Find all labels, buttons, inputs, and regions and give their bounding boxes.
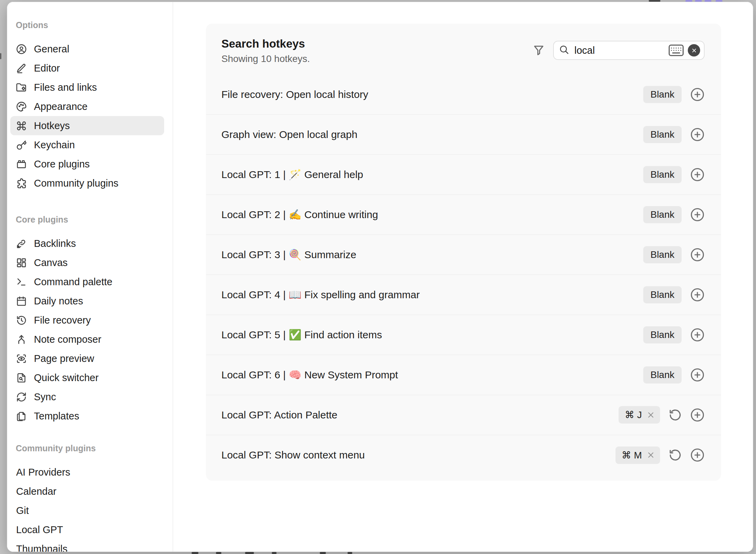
screen: OptionsGeneralEditorFiles and linksAppea… <box>0 0 756 554</box>
sidebar-item-label: General <box>34 43 69 55</box>
settings-modal: OptionsGeneralEditorFiles and linksAppea… <box>7 2 753 552</box>
hotkey-controls: Blank <box>643 246 705 263</box>
puzzle-icon <box>16 178 27 189</box>
search-box <box>553 41 705 60</box>
sidebar-item-label: File recovery <box>34 315 91 326</box>
hotkey-command-label: Local GPT: 1 | 🪄 General help <box>221 168 363 180</box>
hotkey-row: File recovery: Open local history Blank <box>206 75 721 115</box>
hotkey-row: Local GPT: 2 | ✍️ Continue writing Blank <box>206 195 721 235</box>
sidebar-item-canvas[interactable]: Canvas <box>10 253 164 272</box>
add-hotkey-icon[interactable] <box>690 368 705 382</box>
hotkey-command-label: File recovery: Open local history <box>221 89 368 100</box>
hotkey-status-badge: Blank <box>643 206 682 223</box>
hotkey-status-badge: Blank <box>643 246 682 263</box>
sidebar-item-label: Core plugins <box>34 159 90 170</box>
remove-hotkey-icon[interactable] <box>647 411 655 419</box>
add-hotkey-icon[interactable] <box>690 127 705 142</box>
key-icon <box>16 140 27 150</box>
palette-icon <box>16 101 27 112</box>
user-circle-icon <box>16 44 27 54</box>
sidebar-item-git[interactable]: Git <box>10 501 164 520</box>
add-hotkey-icon[interactable] <box>690 87 705 102</box>
hotkeys-panel: Search hotkeys Showing 10 hotkeys. <box>206 24 721 481</box>
sidebar-item-local-gpt[interactable]: Local GPT <box>10 520 164 539</box>
sidebar-item-sync[interactable]: Sync <box>10 387 164 406</box>
hotkey-controls: Blank <box>643 166 705 183</box>
sidebar-item-label: Appearance <box>34 101 87 112</box>
add-hotkey-icon[interactable] <box>690 408 705 422</box>
sidebar-item-hotkeys[interactable]: Hotkeys <box>10 116 164 135</box>
sidebar-item-label: Command palette <box>34 276 112 288</box>
sidebar-section-title: Community plugins <box>7 441 173 455</box>
sidebar-item-label: Community plugins <box>34 178 119 189</box>
hotkey-controls: Blank <box>643 126 705 143</box>
sidebar-item-keychain[interactable]: Keychain <box>10 135 164 154</box>
sidebar-item-general[interactable]: General <box>10 39 164 59</box>
sidebar-item-note-composer[interactable]: Note composer <box>10 330 164 349</box>
sidebar-item-editor[interactable]: Editor <box>10 59 164 78</box>
add-hotkey-icon[interactable] <box>690 448 705 462</box>
sidebar-item-community-plugins[interactable]: Community plugins <box>10 174 164 193</box>
background-app-fragment <box>272 552 277 554</box>
hotkey-row: Graph view: Open local graph Blank <box>206 115 721 155</box>
command-icon <box>16 121 27 131</box>
hotkey-status-badge: Blank <box>643 126 682 143</box>
hotkey-status-badge: Blank <box>643 366 682 383</box>
clear-search-icon[interactable] <box>688 44 700 56</box>
sidebar-item-label: Editor <box>34 63 60 74</box>
search-controls <box>533 41 705 60</box>
scan-eye-icon <box>16 353 27 364</box>
sidebar-section-title: Core plugins <box>7 213 173 226</box>
sidebar-item-file-recovery[interactable]: File recovery <box>10 311 164 330</box>
sidebar-item-command-palette[interactable]: Command palette <box>10 272 164 291</box>
sidebar-item-thumbnails[interactable]: Thumbnails <box>10 539 164 552</box>
add-hotkey-icon[interactable] <box>690 248 705 262</box>
restore-default-icon[interactable] <box>669 449 682 462</box>
sidebar-item-core-plugins[interactable]: Core plugins <box>10 154 164 174</box>
sidebar-item-backlinks[interactable]: Backlinks <box>10 234 164 253</box>
hotkey-command-label: Local GPT: 4 | 📖 Fix spelling and gramma… <box>221 289 420 301</box>
sidebar-item-appearance[interactable]: Appearance <box>10 97 164 116</box>
add-hotkey-icon[interactable] <box>690 167 705 182</box>
links-coming-in-icon <box>16 238 27 249</box>
sidebar-item-ai-providers[interactable]: AI Providers <box>10 463 164 482</box>
sidebar-item-daily-notes[interactable]: Daily notes <box>10 291 164 311</box>
restore-default-icon[interactable] <box>669 408 682 421</box>
hotkey-status-badge: Blank <box>643 286 682 303</box>
hotkeys-header: Search hotkeys Showing 10 hotkeys. <box>206 24 721 64</box>
refresh-icon <box>16 392 27 402</box>
remove-hotkey-icon[interactable] <box>647 451 655 459</box>
sidebar-section-community-plugins: Community pluginsAI ProvidersCalendarGit… <box>7 441 173 552</box>
filter-icon[interactable] <box>533 44 545 56</box>
sidebar-item-label: Note composer <box>34 334 101 345</box>
keyboard-icon[interactable] <box>669 45 684 56</box>
sidebar-item-files-and-links[interactable]: Files and links <box>10 78 164 97</box>
add-hotkey-icon[interactable] <box>690 288 705 302</box>
sidebar-item-page-preview[interactable]: Page preview <box>10 349 164 368</box>
merge-icon <box>16 334 27 345</box>
hotkey-command-label: Local GPT: Show context menu <box>221 449 365 461</box>
sidebar-item-quick-switcher[interactable]: Quick switcher <box>10 368 164 387</box>
sidebar-item-calendar[interactable]: Calendar <box>10 482 164 501</box>
history-icon <box>16 315 27 326</box>
hotkey-chip: ⌘ J <box>619 406 660 424</box>
background-app-fragment <box>216 552 221 554</box>
sidebar-item-label: Local GPT <box>16 524 63 536</box>
sidebar-item-label: Backlinks <box>34 238 76 249</box>
sidebar-item-label: Keychain <box>34 139 75 151</box>
layout-dashboard-icon <box>16 257 27 268</box>
sidebar-item-templates[interactable]: Templates <box>10 406 164 426</box>
hotkey-row: Local GPT: 5 | ✅ Find action items Blank <box>206 315 721 355</box>
page-title: Search hotkeys <box>221 37 310 50</box>
settings-sidebar: OptionsGeneralEditorFiles and linksAppea… <box>7 2 173 552</box>
sidebar-section-core-plugins: Core pluginsBacklinksCanvasCommand palet… <box>7 213 173 426</box>
add-hotkey-icon[interactable] <box>690 328 705 342</box>
hotkey-command-label: Local GPT: 2 | ✍️ Continue writing <box>221 209 378 221</box>
add-hotkey-icon[interactable] <box>690 207 705 222</box>
hotkey-controls: ⌘ J <box>619 406 705 424</box>
sidebar-item-label: Hotkeys <box>34 120 70 131</box>
sidebar-item-label: Templates <box>34 411 79 422</box>
search-input[interactable] <box>574 45 669 56</box>
hotkey-command-label: Local GPT: 3 | 🍭 Summarize <box>221 249 356 261</box>
results-count: Showing 10 hotkeys. <box>221 53 310 64</box>
